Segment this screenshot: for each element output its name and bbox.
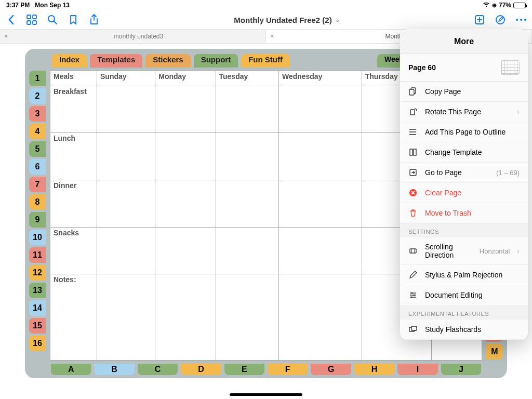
svg-rect-2 — [27, 21, 31, 24]
page-info: Page 60 — [400, 54, 528, 82]
row-notes: Notes: — [50, 274, 97, 361]
side-tab[interactable]: 14 — [29, 300, 46, 316]
more-icon[interactable] — [515, 14, 527, 25]
side-tab[interactable]: 6 — [29, 159, 46, 175]
col-header: Meals — [50, 71, 97, 86]
side-tab[interactable]: 15 — [29, 318, 46, 334]
tab-support[interactable]: Support — [194, 54, 238, 68]
svg-point-12 — [524, 19, 526, 21]
svg-point-20 — [409, 131, 410, 132]
col-header: Tuesday — [216, 71, 278, 86]
bottom-tab[interactable]: E — [224, 364, 264, 375]
status-bar: 3:37 PM Mon Sep 13 ⊕ 77% — [0, 0, 532, 10]
bottom-tab[interactable]: B — [94, 364, 134, 375]
tab-stickers[interactable]: Stickers — [145, 54, 190, 68]
svg-point-19 — [409, 129, 410, 130]
side-tab[interactable]: 8 — [29, 194, 46, 210]
side-tab[interactable]: 7 — [29, 177, 46, 192]
clear-icon — [408, 188, 418, 197]
tab-templates[interactable]: Templates — [90, 54, 142, 68]
battery-percent: 77% — [499, 2, 511, 9]
side-tab[interactable]: 5 — [29, 141, 46, 157]
scroll-value: Horizontal — [480, 247, 510, 255]
svg-rect-23 — [414, 149, 416, 155]
page-thumbnail-icon — [501, 60, 520, 75]
side-tab[interactable]: 2 — [29, 88, 46, 104]
side-tab[interactable]: 4 — [29, 124, 46, 139]
side-tab[interactable]: 10 — [29, 230, 46, 245]
menu-clear-page[interactable]: Clear Page — [400, 183, 528, 203]
menu-go-to-page[interactable]: Go to Page (1 – 69) — [400, 163, 528, 183]
svg-point-9 — [496, 16, 504, 24]
menu-study-flashcards[interactable]: Study Flashcards — [400, 320, 528, 340]
scroll-icon — [408, 246, 418, 256]
bottom-tab[interactable]: J — [441, 364, 481, 375]
trash-icon — [408, 208, 418, 218]
col-header: Sunday — [97, 71, 155, 86]
svg-point-21 — [409, 134, 410, 135]
svg-rect-15 — [410, 110, 415, 115]
svg-rect-0 — [27, 15, 31, 19]
menu-scrolling-direction[interactable]: Scrolling Direction Horizontal › — [400, 237, 528, 265]
side-tab[interactable]: 13 — [29, 283, 46, 298]
bottom-tab[interactable]: C — [138, 364, 178, 375]
side-tab[interactable]: 12 — [29, 265, 46, 281]
page-number-label: Page 60 — [408, 63, 436, 72]
menu-add-to-outline[interactable]: Add This Page to Outline — [400, 122, 528, 142]
document-title[interactable]: Monthly Undated Free2 (2) ⌄ — [109, 16, 464, 24]
back-icon[interactable] — [5, 14, 17, 25]
menu-change-template[interactable]: Change Template — [400, 142, 528, 163]
row-breakfast: Breakfast — [50, 86, 97, 133]
menu-stylus-palm[interactable]: Stylus & Palm Rejection — [400, 265, 528, 285]
side-tab[interactable]: 16 — [29, 336, 46, 351]
menu-copy-page[interactable]: Copy Page — [400, 82, 528, 102]
bottom-tab[interactable]: F — [268, 364, 308, 375]
rotate-icon — [408, 107, 418, 116]
chevron-down-icon: ⌄ — [335, 17, 340, 23]
goto-icon — [408, 168, 418, 177]
svg-rect-1 — [33, 15, 36, 19]
menu-move-to-trash[interactable]: Move to Trash — [400, 203, 528, 223]
grid-icon[interactable] — [26, 14, 37, 25]
row-dinner: Dinner — [50, 180, 97, 227]
bottom-tab[interactable]: A — [51, 364, 91, 375]
bottom-tab[interactable]: G — [311, 364, 351, 375]
bottom-tab[interactable]: D — [181, 364, 221, 375]
svg-point-10 — [516, 19, 518, 21]
sliders-icon — [408, 290, 418, 300]
document-tab[interactable]: × monthly undated3 — [0, 30, 266, 43]
popover-title: More — [400, 29, 528, 54]
edit-icon[interactable] — [495, 14, 506, 25]
wifi-icon — [483, 2, 490, 9]
bottom-tab[interactable]: H — [354, 364, 394, 375]
home-indicator[interactable] — [230, 393, 302, 396]
flashcards-icon — [408, 325, 418, 334]
side-tab[interactable]: 1 — [29, 71, 46, 86]
copy-icon — [408, 87, 418, 96]
add-page-icon[interactable] — [474, 14, 485, 25]
col-header: Monday — [155, 71, 216, 86]
goto-range: (1 – 69) — [496, 169, 520, 177]
side-tab[interactable]: 3 — [29, 106, 46, 122]
side-tab[interactable]: 9 — [29, 212, 46, 228]
bookmark-icon[interactable] — [68, 14, 79, 25]
section-settings: Settings — [400, 223, 528, 237]
menu-document-editing[interactable]: Document Editing — [400, 285, 528, 305]
svg-point-36 — [411, 297, 413, 298]
search-icon[interactable] — [47, 14, 58, 25]
share-icon[interactable] — [88, 14, 100, 25]
svg-point-34 — [411, 292, 413, 294]
side-tab[interactable]: 11 — [29, 247, 46, 263]
close-icon[interactable]: × — [270, 33, 277, 40]
bottom-tab[interactable]: I — [397, 364, 437, 375]
tab-index[interactable]: Index — [52, 54, 87, 68]
menu-rotate-page[interactable]: Rotate This Page › — [400, 102, 528, 122]
svg-point-4 — [48, 16, 55, 22]
chevron-right-icon: › — [517, 247, 520, 255]
tab-funstuff[interactable]: Fun Stuff — [241, 54, 290, 68]
col-header: Wednesday — [278, 71, 362, 86]
app-toolbar: Monthly Undated Free2 (2) ⌄ — [0, 10, 532, 29]
right-tab[interactable]: M — [486, 344, 503, 360]
close-icon[interactable]: × — [4, 33, 11, 40]
svg-point-11 — [520, 19, 522, 21]
